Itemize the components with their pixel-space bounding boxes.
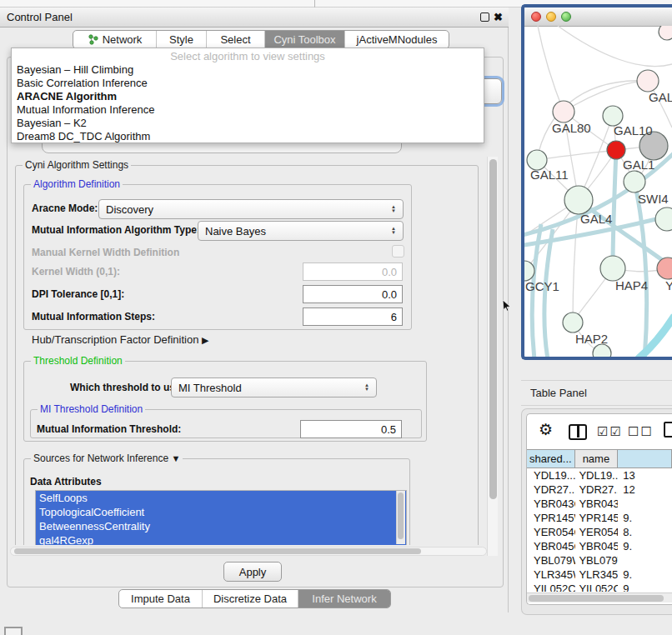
table-cell: 9. [618,511,672,525]
node-label: GAL1 [623,158,654,172]
collapse-arrow-icon[interactable]: ▼ [171,453,180,463]
select-all-checkboxes-icon[interactable]: ☑☑ [597,424,623,439]
column-visibility-icon[interactable] [569,424,587,440]
network-node[interactable] [659,26,672,40]
table-settings-gear-icon[interactable]: ⚙ [539,422,553,438]
table-header: shared...name [527,449,672,468]
network-node[interactable] [563,312,583,332]
table-horizontal-scrollbar[interactable] [527,592,672,602]
which-threshold-select[interactable]: MI Threshold ▲▼ [171,378,377,398]
tab-discretize-data[interactable]: Discretize Data [203,590,298,608]
tab-select[interactable]: Select [207,31,265,48]
table-cell: YER054C [527,525,575,539]
network-canvas[interactable]: GALGAL80GAL10GAL1GAL11SWI4GAL4GCY1HAP4YH… [524,26,672,357]
node-label: GAL11 [530,168,569,182]
network-node[interactable] [657,258,672,279]
network-node[interactable] [637,70,659,92]
network-node[interactable] [607,141,625,159]
table-row[interactable]: YLR345WYLR345W9. [527,568,672,582]
tab-style[interactable]: Style [157,31,207,48]
aracne-mode-select[interactable]: Discovery ▲▼ [98,199,404,219]
settings-horizontal-scrollbar[interactable] [10,547,487,556]
attribute-item[interactable]: BetweennessCentrality [36,519,406,533]
minimize-traffic-light[interactable] [546,12,556,22]
data-attributes-list: SelfLoopsTopologicalCoefficientBetweenne… [35,490,407,545]
settings-vertical-scrollbar[interactable] [487,157,498,556]
close-icon[interactable]: ✖ [494,11,505,24]
float-window-icon[interactable] [480,12,489,22]
network-edge [558,26,672,67]
table-row[interactable]: YIL052CYIL052C9 [527,582,672,592]
table-cell: YBR045C [527,539,575,553]
table-cell: YLR345W [575,568,618,582]
tab-network[interactable]: Network [73,31,157,48]
mi-steps-label: Mutual Information Steps: [32,311,155,322]
table-row[interactable]: YER054CYER054C8. [527,525,672,539]
zoom-traffic-light[interactable] [561,12,571,22]
attribute-item[interactable]: TopologicalCoefficient [36,505,406,519]
export-table-icon[interactable] [664,422,672,438]
column-header[interactable]: shared... [527,450,575,468]
dropdown-placeholder: Select algorithm to view settings [12,49,484,63]
table-row[interactable]: YBR043CYBR043C [527,497,672,511]
algorithm-option[interactable]: ARACNE Algorithm [12,90,484,103]
table-row[interactable]: YBR045CYBR045C9. [527,539,672,553]
network-window-titlebar[interactable] [524,8,672,27]
table-row[interactable]: YPR145WYPR145W9. [527,511,672,525]
network-node[interactable] [564,186,593,214]
tab-cyni-toolbox[interactable]: Cyni Toolbox [265,31,345,48]
network-edge [638,316,672,357]
table-cell: YIL052C [575,582,618,592]
mi-threshold-label: Mutual Information Threshold: [37,423,181,435]
table-cell: 9. [618,539,672,553]
table-cell: YDL19... [527,468,575,482]
table-cell: YER054C [575,525,618,539]
tab-impute-data[interactable]: Impute Data [119,590,203,608]
network-node[interactable] [624,171,645,192]
mi-type-select[interactable]: Naive Bayes ▲▼ [198,221,404,241]
table-row[interactable]: YBL079WYBL079W [527,553,672,568]
network-node[interactable] [655,208,672,231]
mi-threshold-field[interactable]: 0.5 [300,420,402,438]
node-label: Y [665,278,672,292]
algorithm-option[interactable]: Basic Correlation Inference [12,77,484,90]
network-node[interactable] [553,101,574,122]
node-label: GCY1 [525,279,559,293]
attribute-item[interactable]: gal4RGexp [36,533,406,545]
node-label: HAP2 [575,332,608,346]
combo-arrows-icon: ▲▼ [364,383,369,392]
bottom-tabs: Impute Data Discretize Data Infer Networ… [118,589,391,608]
tab-infer-network[interactable]: Infer Network [298,590,390,608]
kernel-width-field: 0.0 [303,262,403,281]
algorithm-option[interactable]: Bayesian – K2 [12,117,484,130]
hub-definition-expander[interactable]: Hub/Transcription Factor Definition ▶ [32,333,208,346]
mi-steps-field[interactable]: 6 [303,308,403,326]
network-edge [537,150,616,160]
tab-jactivemnodules[interactable]: jActiveMNodules [345,31,449,48]
node-label: GAL10 [614,123,653,138]
network-node[interactable] [593,344,611,357]
table-row[interactable]: YDL19...YDL19...13 [527,468,672,482]
mouse-cursor [503,300,511,312]
algorithm-option[interactable]: Mutual Information Inference [12,103,484,117]
network-edge [538,26,564,112]
apply-button[interactable]: Apply [223,562,282,582]
column-header[interactable] [618,450,672,468]
table-cell: YDR27... [527,482,575,497]
dpi-tolerance-field[interactable]: 0.0 [303,285,403,303]
column-header[interactable]: name [575,450,618,468]
table-cell: YDR27... [575,482,618,497]
kernel-width-label: Kernel Width (0,1): [32,266,120,278]
attribute-item[interactable]: SelfLoops [36,491,406,505]
table-row[interactable]: YDR27...YDR27...12 [527,482,672,497]
deselect-all-checkboxes-icon[interactable]: ☐☐ [628,424,654,439]
network-icon [88,34,98,45]
algorithm-option[interactable]: Bayesian – Hill Climbing [12,63,484,77]
mi-type-label: Mutual Information Algorithm Type: [32,224,200,236]
dock-chip[interactable] [4,627,23,635]
table-cell: YBL079W [575,553,618,568]
algorithm-option[interactable]: Dream8 DC_TDC Algorithm [12,130,484,143]
close-traffic-light[interactable] [531,12,541,22]
network-node[interactable] [600,256,625,281]
attributes-list-scrollbar[interactable] [396,491,405,544]
